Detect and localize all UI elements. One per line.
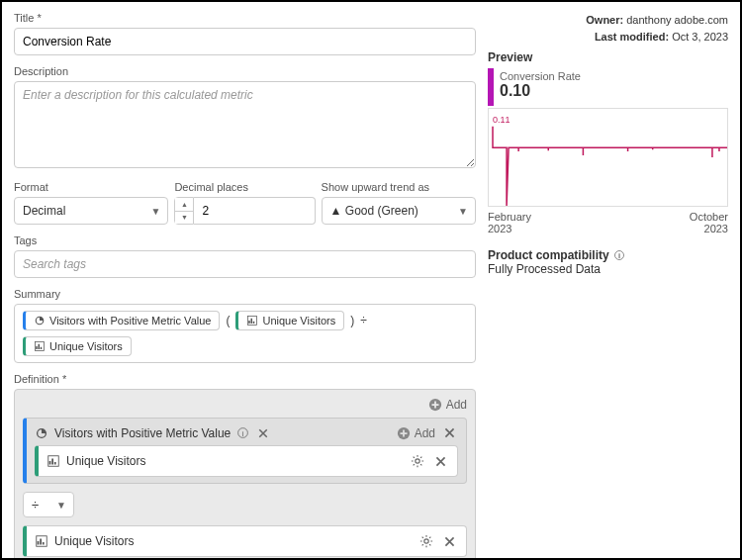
close-button[interactable] [432, 453, 449, 470]
chart-start-date: February2023 [488, 211, 531, 234]
preview-metric-name: Conversion Rate [500, 70, 722, 82]
decimal-label: Decimal places [174, 181, 315, 193]
close-icon [434, 455, 447, 468]
metric-name: Unique Visitors [66, 454, 145, 468]
summary-label: Summary [14, 288, 476, 300]
definition-area: Add Visitors with Positive Metric Value … [14, 389, 476, 558]
close-icon [257, 427, 269, 439]
paren-open: ( [226, 314, 230, 327]
summary-metric-pill: Unique Visitors [23, 336, 132, 356]
stepper-up-button[interactable]: ▲ [175, 198, 193, 212]
format-label: Format [14, 181, 168, 193]
segment-icon [34, 315, 46, 327]
decimal-stepper[interactable]: ▲ ▼ [174, 197, 315, 225]
chart-y-tick: 0.11 [493, 115, 510, 125]
add-circle-icon [397, 426, 411, 440]
tags-input[interactable] [14, 250, 476, 278]
owner-info: Owner: danthony adobe.com Last modified:… [488, 12, 728, 45]
segment-title: Visitors with Positive Metric Value [54, 426, 231, 440]
format-select[interactable]: Decimal [14, 197, 168, 225]
divide-operator: ÷ [360, 314, 367, 327]
compatibility-value: Fully Processed Data [488, 262, 728, 276]
close-icon [443, 535, 456, 548]
tags-label: Tags [14, 234, 476, 246]
preview-label: Preview [488, 50, 728, 64]
info-icon[interactable]: i [236, 426, 249, 439]
segment-icon [35, 426, 48, 440]
segment-block[interactable]: Visitors with Positive Metric Value i Ad… [23, 418, 467, 484]
info-icon[interactable]: i [613, 249, 625, 261]
preview-value: 0.10 [500, 82, 722, 100]
add-button[interactable]: Add [397, 426, 435, 440]
metric-icon [246, 315, 258, 327]
metric-icon [35, 534, 48, 548]
close-icon [443, 426, 456, 439]
trend-label: Show upward trend as [322, 181, 476, 193]
metric-name: Unique Visitors [54, 534, 134, 548]
paren-close: ) [350, 314, 354, 327]
summary-segment-pill: Visitors with Positive Metric Value [23, 311, 220, 330]
chart-end-date: October2023 [690, 211, 728, 234]
preview-card: Conversion Rate 0.10 [488, 68, 728, 106]
svg-text:i: i [242, 429, 244, 438]
summary-metric-pill: Unique Visitors [235, 311, 344, 330]
metric-icon [34, 340, 46, 352]
operator-select[interactable] [23, 492, 74, 517]
definition-label: Definition [14, 373, 476, 385]
decimal-input[interactable] [194, 197, 315, 225]
close-button[interactable] [255, 425, 271, 441]
svg-point-9 [416, 459, 419, 463]
divide-icon [32, 498, 39, 513]
gear-icon [419, 534, 433, 548]
stepper-down-button[interactable]: ▼ [175, 212, 193, 225]
svg-text:i: i [618, 251, 620, 260]
metric-row[interactable]: Unique Visitors [35, 445, 458, 477]
close-button[interactable] [441, 424, 458, 441]
metric-icon [46, 454, 60, 468]
gear-icon [411, 454, 424, 468]
preview-chart: 0.11 [488, 108, 728, 207]
close-button[interactable] [441, 533, 458, 550]
title-input[interactable] [14, 28, 476, 55]
compatibility-label: Product compatibility i [488, 248, 625, 262]
description-input[interactable] [14, 81, 476, 168]
summary-panel: Visitors with Positive Metric Value ( Un… [14, 304, 476, 363]
add-circle-icon [428, 398, 442, 412]
svg-point-11 [424, 539, 428, 543]
gear-button[interactable] [409, 452, 426, 470]
gear-button[interactable] [417, 532, 435, 550]
trend-select[interactable]: ▲ Good (Green) [322, 197, 476, 225]
title-label: Title [14, 12, 476, 24]
description-label: Description [14, 65, 476, 77]
metric-row[interactable]: Unique Visitors [23, 525, 467, 557]
add-button[interactable]: Add [428, 398, 467, 412]
